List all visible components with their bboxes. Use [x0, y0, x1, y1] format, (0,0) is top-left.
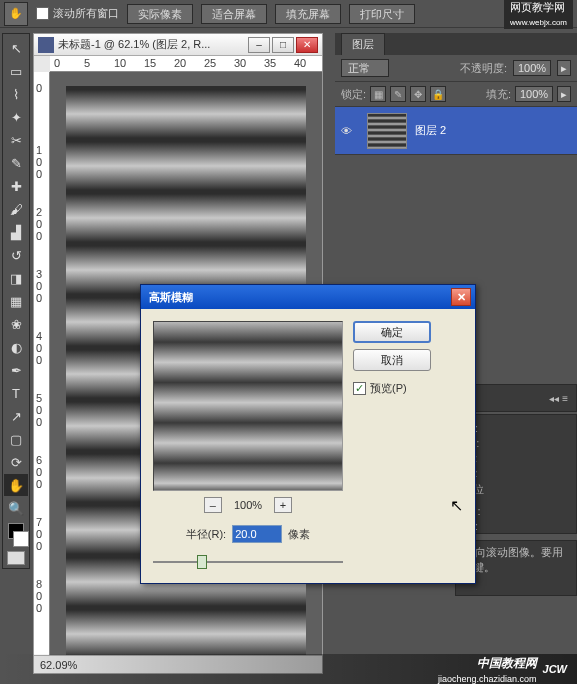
gaussian-blur-dialog: 高斯模糊 ✕ – 100% + 半径(R): 像素 确定 取消 [140, 284, 476, 584]
info-m: M : [464, 437, 568, 449]
gradient-tool-icon[interactable]: ▦ [4, 290, 28, 312]
fill-label: 填充: [486, 87, 511, 102]
watermark-logo: JCW [543, 663, 567, 675]
info-bits: 8 位 [464, 482, 568, 497]
3d-tool-icon[interactable]: ⟳ [4, 451, 28, 473]
crop-tool-icon[interactable]: ✂ [4, 129, 28, 151]
watermark-cn: 中国教程网 [438, 655, 537, 672]
layer-list: 👁 图层 2 [335, 107, 577, 237]
lock-transparent-icon[interactable]: ▦ [370, 86, 386, 102]
checkbox-icon[interactable] [36, 7, 49, 20]
site-badge: 网页教学网 www.webjx.com [504, 0, 573, 29]
blend-mode-dropdown[interactable]: 正常 [341, 59, 389, 77]
scroll-all-checkbox[interactable]: 滚动所有窗口 [36, 6, 119, 21]
layer-name[interactable]: 图层 2 [415, 123, 446, 138]
preview-label: 预览(P) [370, 381, 407, 396]
scroll-all-label: 滚动所有窗口 [53, 6, 119, 21]
move-tool-icon[interactable]: ↖ [4, 37, 28, 59]
dodge-tool-icon[interactable]: ◐ [4, 336, 28, 358]
lasso-tool-icon[interactable]: ⌇ [4, 83, 28, 105]
info-w: W : [464, 505, 568, 517]
checkbox-checked-icon[interactable]: ✓ [353, 382, 366, 395]
info-k: K : [464, 467, 568, 479]
visibility-eye-icon[interactable]: 👁 [341, 125, 359, 137]
opacity-arrow-icon[interactable]: ▸ [557, 60, 571, 76]
tab-layers[interactable]: 图层 [341, 33, 385, 55]
watermark: 中国教程网 jiaocheng.chazidian.com JCW [0, 654, 577, 684]
slider-thumb-icon[interactable] [197, 555, 207, 569]
blur-tool-icon[interactable]: ❀ [4, 313, 28, 335]
fill-arrow-icon[interactable]: ▸ [557, 86, 571, 102]
history-brush-tool-icon[interactable]: ↺ [4, 244, 28, 266]
zoom-in-button[interactable]: + [274, 497, 292, 513]
background-swatch[interactable] [13, 531, 29, 547]
cancel-button[interactable]: 取消 [353, 349, 431, 371]
opacity-label: 不透明度: [460, 61, 507, 76]
shape-tool-icon[interactable]: ▢ [4, 428, 28, 450]
toolbox: ↖ ▭ ⌇ ✦ ✂ ✎ ✚ 🖌 ▟ ↺ ◨ ▦ ❀ ◐ ✒ T ↗ ▢ ⟳ ✋ … [2, 33, 30, 569]
layers-tab-row: 图层 [335, 33, 577, 55]
ruler-horizontal: 0 5 10 15 20 25 30 35 40 [50, 56, 322, 72]
brush-tool-icon[interactable]: 🖌 [4, 198, 28, 220]
opacity-value[interactable]: 100% [513, 60, 551, 76]
lock-pixels-icon[interactable]: ✎ [390, 86, 406, 102]
path-tool-icon[interactable]: ↗ [4, 405, 28, 427]
pen-tool-icon[interactable]: ✒ [4, 359, 28, 381]
eraser-tool-icon[interactable]: ◨ [4, 267, 28, 289]
lock-all-icon[interactable]: 🔒 [430, 86, 446, 102]
watermark-url: jiaocheng.chazidian.com [438, 674, 537, 684]
radius-input[interactable] [232, 525, 282, 543]
maximize-button[interactable]: □ [272, 37, 294, 53]
layer-row[interactable]: 👁 图层 2 [335, 107, 577, 155]
radius-label: 半径(R): [186, 527, 226, 542]
hand-tool[interactable]: ✋ [4, 474, 28, 496]
eyedropper-tool-icon[interactable]: ✎ [4, 152, 28, 174]
dialog-title-bar[interactable]: 高斯模糊 ✕ [141, 285, 475, 309]
layers-blend-row: 正常 不透明度: 100% ▸ [335, 55, 577, 82]
ps-doc-icon [38, 37, 54, 53]
dialog-close-button[interactable]: ✕ [451, 288, 471, 306]
minimize-button[interactable]: – [248, 37, 270, 53]
filter-preview[interactable] [153, 321, 343, 491]
radius-slider[interactable] [153, 553, 343, 571]
healing-tool-icon[interactable]: ✚ [4, 175, 28, 197]
hand-tool-icon[interactable]: ✋ [4, 2, 28, 26]
nav-hint-text: 方向滚动图像。要用 rl 键。 [464, 545, 568, 575]
zoom-tool-icon[interactable]: 🔍 [4, 497, 28, 519]
info-c: C : [464, 422, 568, 434]
dialog-title: 高斯模糊 [149, 290, 193, 305]
stamp-tool-icon[interactable]: ▟ [4, 221, 28, 243]
zoom-value: 100% [234, 499, 262, 511]
zoom-out-button[interactable]: – [204, 497, 222, 513]
fit-screen-button[interactable]: 适合屏幕 [201, 4, 267, 24]
lock-position-icon[interactable]: ✥ [410, 86, 426, 102]
actual-pixels-button[interactable]: 实际像素 [127, 4, 193, 24]
magic-wand-tool-icon[interactable]: ✦ [4, 106, 28, 128]
fill-value[interactable]: 100% [515, 86, 553, 102]
document-title-bar[interactable]: 未标题-1 @ 62.1% (图层 2, R... – □ ✕ [34, 34, 322, 56]
layers-lock-row: 锁定: ▦ ✎ ✥ 🔒 填充: 100% ▸ [335, 82, 577, 107]
site-label: 网页教学网 [510, 1, 565, 13]
marquee-tool-icon[interactable]: ▭ [4, 60, 28, 82]
radius-unit: 像素 [288, 527, 310, 542]
lock-label: 锁定: [341, 87, 366, 102]
close-button[interactable]: ✕ [296, 37, 318, 53]
info-y: Y : [464, 452, 568, 464]
document-title: 未标题-1 @ 62.1% (图层 2, R... [58, 37, 244, 52]
quick-mask-icon[interactable] [7, 551, 25, 565]
fill-screen-button[interactable]: 填充屏幕 [275, 4, 341, 24]
ok-button[interactable]: 确定 [353, 321, 431, 343]
layer-thumbnail[interactable] [367, 113, 407, 149]
options-bar: ✋ 滚动所有窗口 实际像素 适合屏幕 填充屏幕 打印尺寸 网页教学网 www.w… [0, 0, 577, 28]
site-url: www.webjx.com [510, 18, 567, 27]
print-size-button[interactable]: 打印尺寸 [349, 4, 415, 24]
info-h: H : [464, 520, 568, 532]
preview-checkbox[interactable]: ✓ 预览(P) [353, 381, 407, 396]
type-tool-icon[interactable]: T [4, 382, 28, 404]
ruler-vertical: 0 1 0 0 2 0 0 3 0 0 4 0 0 5 0 0 6 0 0 7 … [34, 72, 50, 655]
